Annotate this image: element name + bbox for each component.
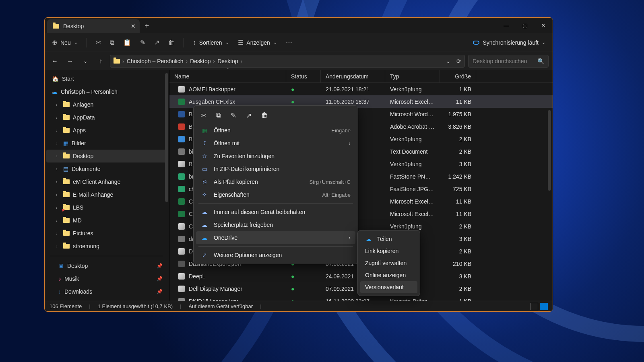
sidebar-item-bilder[interactable]: ›▦Bilder xyxy=(45,137,169,150)
sidebar-item-apps[interactable]: ›Apps xyxy=(45,124,169,137)
quick-access-desktop[interactable]: 🖥Desktop📌 xyxy=(45,259,169,272)
chevron-right-icon[interactable]: › xyxy=(56,205,58,210)
chevron-right-icon[interactable]: › xyxy=(56,192,58,197)
share-icon[interactable]: ↗ xyxy=(246,111,252,120)
chevron-right-icon[interactable]: › xyxy=(56,141,58,146)
file-size: 2 KB xyxy=(440,286,476,292)
chevron-right-icon[interactable]: › xyxy=(56,102,58,107)
chevron-right-icon[interactable]: › xyxy=(56,128,58,133)
sidebar-item-dokumente[interactable]: ›▤Dokumente xyxy=(45,162,169,175)
tiles-view-button[interactable] xyxy=(540,303,548,310)
cut-icon[interactable]: ✂ xyxy=(201,111,206,120)
chevron-right-icon: › xyxy=(349,234,351,241)
more-icon[interactable]: ⋯ xyxy=(286,39,292,46)
quick-access-downloads[interactable]: ↓Downloads📌 xyxy=(45,285,169,298)
sidebar-item-e-mail-anh-nge[interactable]: ›E-Mail-Anhänge xyxy=(45,188,169,201)
ctx-properties[interactable]: ✧ EigenschaftenAlt+Eingabe xyxy=(196,188,355,201)
rename-icon[interactable]: ✎ xyxy=(140,39,145,46)
recent-button[interactable]: ⌄ xyxy=(79,58,91,64)
ctx-open-with[interactable]: ⤴ Öffnen mit› xyxy=(196,137,355,150)
search-input[interactable]: Desktop durchsuchen 🔍 xyxy=(468,55,549,68)
chevron-right-icon[interactable]: › xyxy=(56,244,58,249)
chevron-right-icon[interactable]: › xyxy=(56,218,58,223)
sort-indicator-icon: ⌃ xyxy=(226,68,229,72)
sidebar-item-start[interactable]: 🏠 Start xyxy=(45,72,169,85)
details-view-button[interactable] xyxy=(530,303,538,310)
sidebar-item-em-client-anh-nge[interactable]: ›eM Client Anhänge xyxy=(45,175,169,188)
delete-icon[interactable]: 🗑 xyxy=(261,111,268,120)
chevron-right-icon[interactable]: › xyxy=(56,231,58,236)
new-button[interactable]: ⊕ Neu ⌄ xyxy=(52,39,78,46)
sidebar-item-pictures[interactable]: ›Pictures xyxy=(45,227,169,240)
share-icon[interactable]: ↗ xyxy=(154,39,159,46)
chevron-right-icon[interactable]: › xyxy=(56,154,58,158)
ctx-zip[interactable]: ▭ In ZIP-Datei komprimieren xyxy=(196,162,355,175)
delete-icon[interactable]: 🗑 xyxy=(168,39,175,46)
breadcrumb-desktop2[interactable]: Desktop xyxy=(217,58,238,64)
quick-access-musik[interactable]: ♪Musik📌 xyxy=(45,272,169,285)
column-date[interactable]: Änderungsdatum xyxy=(321,70,385,82)
ctx-open[interactable]: ▦ ÖffnenEingabe xyxy=(196,124,355,137)
back-button[interactable]: ← xyxy=(49,58,61,65)
file-icon xyxy=(178,198,185,205)
up-button[interactable]: ↑ xyxy=(95,58,107,65)
sidebar-item-label: Dokumente xyxy=(72,166,101,172)
address-dropdown-icon[interactable]: ⌄ xyxy=(446,58,451,64)
sidebar-item-onedrive[interactable]: ⌄ ☁ Christoph – Persönlich xyxy=(45,85,169,98)
table-row[interactable]: AOMEI Backupper●21.09.2021 18:21Verknüpf… xyxy=(169,83,553,95)
ctx-keep-device[interactable]: ☁ Immer auf diesem Gerät beibehalten xyxy=(196,206,355,218)
column-size[interactable]: Größe xyxy=(440,70,476,82)
sidebar-item-desktop[interactable]: ›Desktop xyxy=(46,150,167,162)
breadcrumb-desktop[interactable]: Desktop xyxy=(190,58,211,64)
sidebar-item-anlagen[interactable]: ›Anlagen xyxy=(45,98,169,111)
pin-icon[interactable]: 📌 xyxy=(157,276,163,282)
pin-icon[interactable]: 📌 xyxy=(157,289,163,294)
ctx-favorite[interactable]: ☆ Zu Favoriten hinzufügen xyxy=(196,150,355,162)
sort-button[interactable]: ↕ Sortieren ⌄ xyxy=(193,39,229,46)
pin-icon[interactable]: 📌 xyxy=(157,263,163,269)
ctx-more-options[interactable]: ⤢ Weitere Optionen anzeigen xyxy=(196,249,355,261)
chevron-down-icon[interactable]: ⌄ xyxy=(51,89,55,95)
ctx-free-space[interactable]: ☁ Speicherplatz freigeben xyxy=(196,218,355,231)
scrollbar[interactable] xyxy=(165,73,168,202)
close-button[interactable]: ✕ xyxy=(534,18,553,33)
view-button[interactable]: ☰ Anzeigen ⌄ xyxy=(238,39,277,46)
paste-icon[interactable]: 📋 xyxy=(123,39,131,46)
address-bar[interactable]: › Christoph – Persönlich › Desktop › Des… xyxy=(110,55,465,68)
sub-version-history[interactable]: Versionsverlauf xyxy=(360,281,417,293)
refresh-icon[interactable]: ⟳ xyxy=(456,58,461,64)
sync-status[interactable]: Synchronisierung läuft ⌄ xyxy=(473,39,545,46)
sidebar-item-label: LBS xyxy=(73,204,83,211)
cloud-sync-icon xyxy=(473,41,479,45)
copy-icon[interactable]: ⧉ xyxy=(110,39,114,46)
cut-icon[interactable]: ✂ xyxy=(96,39,101,46)
sidebar-item-appdata[interactable]: ›AppData xyxy=(45,111,169,124)
copy-icon[interactable]: ⧉ xyxy=(216,111,221,120)
sub-manage-access[interactable]: Zugriff verwalten xyxy=(360,257,417,269)
ctx-onedrive[interactable]: ☁ OneDrive› xyxy=(196,231,355,244)
minimize-button[interactable]: ― xyxy=(497,18,516,33)
chevron-right-icon[interactable]: › xyxy=(56,179,58,184)
sidebar-item-lbs[interactable]: ›✖LBS xyxy=(45,201,169,214)
tab-desktop[interactable]: Desktop ✕ xyxy=(47,19,140,33)
maximize-button[interactable]: ▢ xyxy=(516,18,534,33)
ctx-copy-path[interactable]: ⎘ Als Pfad kopierenStrg+Umschalt+C xyxy=(196,175,355,188)
column-status[interactable]: Status xyxy=(286,70,321,82)
sidebar-item-md[interactable]: ›MD xyxy=(45,214,169,227)
sub-copy-link[interactable]: Link kopieren xyxy=(360,245,417,257)
close-icon[interactable]: ✕ xyxy=(131,23,136,29)
sub-share[interactable]: ☁ Teilen xyxy=(360,233,417,245)
column-name[interactable]: ⌃ Name xyxy=(169,70,286,82)
new-tab-button[interactable]: ＋ xyxy=(140,18,154,33)
scrollbar[interactable] xyxy=(548,110,551,191)
rename-icon[interactable]: ✎ xyxy=(231,111,236,120)
forward-button[interactable]: → xyxy=(64,58,76,65)
sidebar-item-stroemung[interactable]: ›stroemung xyxy=(45,240,169,253)
breadcrumb-user[interactable]: Christoph – Persönlich xyxy=(127,58,184,64)
chevron-right-icon[interactable]: › xyxy=(56,115,58,120)
file-date: 16.11.2020 23:07 xyxy=(321,298,385,301)
column-type[interactable]: Typ xyxy=(385,70,440,82)
sub-view-online[interactable]: Online anzeigen xyxy=(360,269,417,281)
chevron-right-icon[interactable]: › xyxy=(56,167,58,171)
folder-icon xyxy=(63,128,70,133)
